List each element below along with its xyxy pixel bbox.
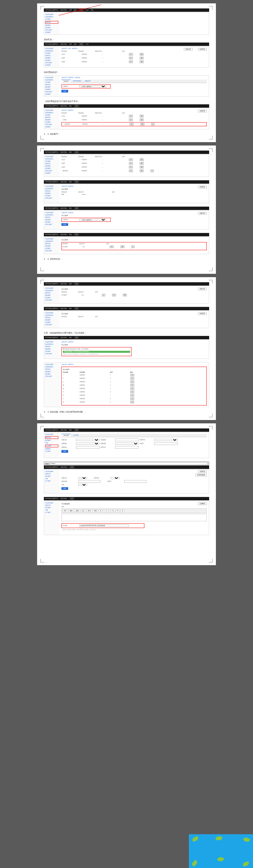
sidebar-fragment[interactable]: 碎片管理 xyxy=(45,445,58,447)
sidebar-item[interactable]: 内容发布管理 xyxy=(45,14,58,15)
table-row: 三内部栏目3改 xyxy=(63,380,205,383)
tab-add[interactable]: 添加栏目 xyxy=(61,80,71,83)
save-button[interactable]: 保存 xyxy=(61,450,68,453)
back-icon[interactable]: ◀ xyxy=(46,463,47,465)
doc-page-1: PHPCMS后台管理平台 我的控制台 设置 模块 内容 用户 界面 内容发布管理… xyxy=(37,3,216,142)
table-row: 九内部栏目9改 xyxy=(63,401,205,403)
sidebar-manage-content[interactable]: 管理内容 xyxy=(45,436,58,439)
app-top-bar: PHPCMS后台管理平台 我的控制台 设置 模块 内容 用户 界面 xyxy=(44,8,209,12)
screenshot-2: PHPCMS后台管理平台 我的控制台设置模块 内容用户 内容发布管理批量更新栏目… xyxy=(44,43,209,68)
table-row: 二内部栏目2改 xyxy=(63,377,205,380)
tab-add-question[interactable]: 添加试题 xyxy=(61,434,71,437)
add-link-button[interactable]: 添加外部链接 xyxy=(195,474,207,476)
editor-align-center-icon[interactable]: 中 xyxy=(116,509,120,512)
caption-add-knowledge: 2.2. 添加知识点： xyxy=(44,258,209,261)
table-row: 七内部栏目7改 xyxy=(63,394,205,397)
sel-type[interactable] xyxy=(76,443,100,445)
screenshot-3: 内容发布管理批量更新栏目发布管理 管理栏目模型管理类别管理 推荐位管理来源管理 … xyxy=(44,75,209,97)
inp-source[interactable] xyxy=(76,446,100,449)
submit-button[interactable]: 提交 xyxy=(61,223,68,226)
editor-tool[interactable]: 编辑 xyxy=(68,509,74,512)
doc-page-4: PHPCMS后台管理平台我的控制台模块内容 内容发布管理 管理内容 附件管理专题… xyxy=(37,423,216,565)
sidebar-item-manage-cols[interactable]: 管理栏目 xyxy=(45,21,58,24)
screenshot-4: PHPCMS后台管理平台我的控制台模块内容 内容发布管理批量更新栏目发布管理 管… xyxy=(44,104,209,129)
nav-item[interactable]: 用户 xyxy=(86,9,89,11)
inp-year[interactable] xyxy=(115,446,139,449)
url-note: （系统生成永久链接（相对路径）文件名以PDF、图片请慎用，注意中文目录） xyxy=(61,529,207,530)
table-row: 五内部栏目5改 xyxy=(63,387,205,390)
editor-bold-icon[interactable]: B xyxy=(99,509,102,512)
app-title: PHPCMS后台管理平台 xyxy=(45,9,58,11)
doc-page-2: PHPCMS后台管理平台我的控制台模块内容 内容发布管理批量更新栏目发布管理 管… xyxy=(37,146,216,274)
editor-tool[interactable]: 插入 xyxy=(81,509,86,512)
doc-page-3: PHPCMS后台管理平台我的控制台模块内容 内容发布管理批量更新栏目管理栏目 模… xyxy=(37,277,216,420)
sel-difficulty[interactable] xyxy=(115,443,139,445)
op-del[interactable]: 删 xyxy=(140,53,144,56)
table-row: 四内部栏目4改 xyxy=(63,384,205,387)
save-button[interactable]: 保存 xyxy=(61,487,68,490)
table-row: 六内部栏目6改 xyxy=(63,391,205,393)
sel-category[interactable] xyxy=(76,439,100,441)
editor-tool[interactable]: 格式 xyxy=(87,509,92,512)
table-row: 八内部栏目8改 xyxy=(63,397,205,400)
op-next-highlighted[interactable]: ▸ xyxy=(102,294,105,296)
add-column-button[interactable]: 添加栏目 xyxy=(198,186,207,188)
forward-icon[interactable]: ▶ xyxy=(48,463,49,465)
url-path-input[interactable] xyxy=(79,524,129,527)
add-column-button[interactable]: 添加栏目 xyxy=(198,48,207,51)
address-bar[interactable] xyxy=(50,462,207,465)
section-hwsjk: 华文数据库 xyxy=(61,503,207,505)
sidebar-item[interactable]: 类别管理 xyxy=(45,27,58,28)
inp-title[interactable] xyxy=(115,439,139,441)
sidebar: 内容发布管理 批量更新栏目 发布管理 管理栏目 模型管理 类别管理 推荐位管理 … xyxy=(44,12,59,34)
nav-item[interactable]: 我的控制台 xyxy=(60,9,67,11)
editor-tool[interactable]: 文件 xyxy=(62,509,68,512)
tab-upload-question[interactable]: 上传试题 xyxy=(71,434,80,437)
browser-chrome: ◀ ▶ xyxy=(44,462,209,466)
sidebar-item[interactable]: 来源管理 xyxy=(45,32,58,33)
sidebar-item[interactable]: 推荐位管理 xyxy=(45,29,58,31)
submit-button[interactable]: 提交 xyxy=(61,90,68,93)
column-list-table: 栏目名称 栏目类型 排序 操作 一内部栏目1改 二内部栏目2改 三内部栏目3改 … xyxy=(63,372,205,403)
sidebar-item[interactable]: 发布管理 xyxy=(45,19,58,20)
editor-underline-icon[interactable]: U xyxy=(107,509,110,512)
parent-select[interactable]: ≡ 作为一级栏目 ≡ xyxy=(79,219,106,221)
editor-area[interactable] xyxy=(61,514,207,521)
editor-align-left-icon[interactable]: 左 xyxy=(111,509,115,512)
nav-item[interactable]: 界面 xyxy=(91,9,93,11)
rich-text-toolbar: 文件 编辑 查看 插入 格式 表格 B I U 左 中 右 xyxy=(61,508,207,513)
caption-add-tushuo: 添加"图说的话"： xyxy=(44,71,209,74)
question-form: 试题分类 段落标题 所属学科 试题类型 试题难度 关键字 试题来源 所属年份 xyxy=(61,439,207,449)
sidebar-item[interactable]: 模型管理 xyxy=(45,25,58,26)
editor-italic-icon[interactable]: I xyxy=(103,509,106,512)
caption-green-filter: 注意：绿色选择框有关通号规则，可以过滤掉： xyxy=(44,332,209,335)
caption-add-questions: 4.4. 添加试题（约耗上传至考官校对红圈）： xyxy=(44,411,209,414)
editor-tool[interactable]: 表格 xyxy=(93,509,98,512)
editor-tool[interactable]: 查看 xyxy=(75,509,80,512)
add-column-button[interactable]: 添加栏目 xyxy=(198,312,207,315)
sidebar-item[interactable]: 批量更新栏目 xyxy=(45,16,58,18)
more-ops[interactable]: 更多操作 xyxy=(184,48,193,51)
op-edit[interactable]: 改 xyxy=(129,53,133,56)
inp-keyword[interactable] xyxy=(154,442,178,445)
nav-item[interactable]: 设置 xyxy=(69,9,72,11)
editor-align-right-icon[interactable]: 右 xyxy=(120,509,124,512)
add-column-button[interactable]: 添加栏目 xyxy=(198,470,207,473)
caption-after-add: （添加"图说的话"后三级栏目如下所示） xyxy=(44,100,209,103)
caption-add-chapter: 2.2. 添加章节： xyxy=(44,133,209,136)
tab-strip: 添加栏目 添加外部链接 模版设置 xyxy=(61,80,207,83)
table-row: 一内部栏目1改 xyxy=(63,374,205,376)
caption-add-column: 添加栏目： xyxy=(44,38,209,41)
section-title: 开心组件 xyxy=(61,188,207,190)
parent-select[interactable]: ≡ 作为一级栏目 ≡ xyxy=(79,85,106,87)
rule-autogen[interactable]: 栏目名称规则：中/小学语文第 X 册 章节名 xyxy=(63,351,130,353)
op-edit-highlighted[interactable]: 改 xyxy=(129,166,133,168)
sel-subject[interactable] xyxy=(154,439,178,441)
screenshot-1: PHPCMS后台管理平台 我的控制台 设置 模块 内容 用户 界面 内容发布管理… xyxy=(44,8,209,35)
